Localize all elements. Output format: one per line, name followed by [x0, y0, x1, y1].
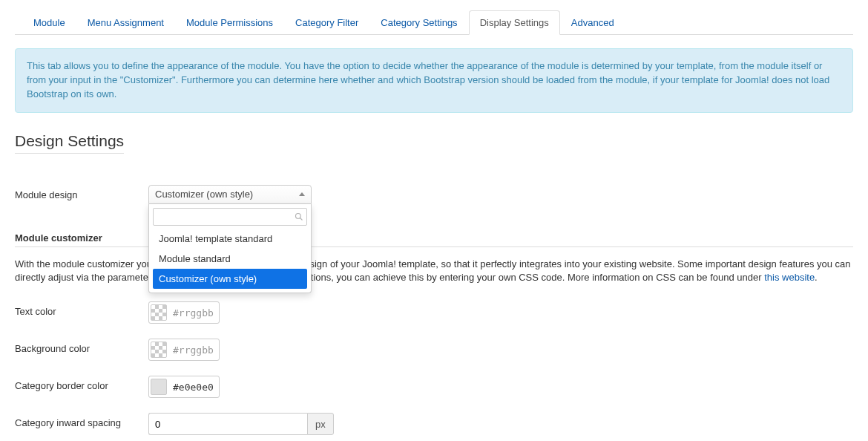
- category-inward-spacing-input[interactable]: [148, 413, 307, 435]
- module-design-select-toggle[interactable]: Customizer (own style): [148, 185, 312, 204]
- tab-category-settings[interactable]: Category Settings: [369, 10, 468, 35]
- module-design-selected-text: Customizer (own style): [155, 189, 253, 200]
- chevron-up-icon: [299, 192, 305, 196]
- tab-display-settings[interactable]: Display Settings: [469, 10, 560, 35]
- module-design-option-customizer[interactable]: Customizer (own style): [153, 269, 307, 289]
- label-background-color: Background color: [15, 339, 148, 354]
- text-color-input[interactable]: [171, 307, 217, 319]
- tab-module[interactable]: Module: [22, 10, 76, 35]
- module-design-select[interactable]: Customizer (own style) Joomla! template …: [148, 185, 312, 204]
- divider: [15, 246, 853, 247]
- svg-line-1: [300, 218, 303, 220]
- module-design-dropdown: Joomla! template standard Module standar…: [148, 204, 312, 293]
- link-this-website[interactable]: this website: [764, 272, 815, 283]
- tab-advanced[interactable]: Advanced: [560, 10, 625, 35]
- text-color-swatch[interactable]: [151, 304, 167, 321]
- tab-description: This tab allows you to define the appear…: [15, 48, 853, 113]
- background-color-field[interactable]: [148, 339, 220, 361]
- label-text-color: Text color: [15, 301, 148, 317]
- text-color-field[interactable]: [148, 301, 220, 324]
- section-title-design-settings: Design Settings: [15, 132, 124, 154]
- label-category-inward-spacing: Category inward spacing: [15, 413, 148, 428]
- svg-point-0: [296, 213, 301, 218]
- category-inward-spacing-field: px: [148, 413, 334, 435]
- category-border-color-field[interactable]: [148, 376, 220, 398]
- label-module-design: Module design: [15, 185, 148, 200]
- module-design-search-input[interactable]: [153, 208, 307, 226]
- tab-category-filter[interactable]: Category Filter: [284, 10, 369, 35]
- module-customizer-description: With the module customizer you can custo…: [15, 258, 853, 286]
- tab-menu-assignment[interactable]: Menu Assignment: [76, 10, 175, 35]
- category-border-color-swatch[interactable]: [151, 379, 167, 395]
- subsection-title-module-customizer: Module customizer: [15, 232, 853, 244]
- unit-px: px: [307, 413, 334, 435]
- background-color-input[interactable]: [171, 344, 217, 356]
- tab-module-permissions[interactable]: Module Permissions: [175, 10, 284, 35]
- category-border-color-input[interactable]: [171, 381, 217, 393]
- tab-bar: Module Menu Assignment Module Permission…: [15, 10, 853, 35]
- module-design-option-joomla-template[interactable]: Joomla! template standard: [153, 229, 307, 249]
- label-category-border-color: Category border color: [15, 376, 148, 391]
- module-design-option-module-standard[interactable]: Module standard: [153, 249, 307, 269]
- search-icon: [295, 212, 303, 221]
- background-color-swatch[interactable]: [151, 342, 167, 358]
